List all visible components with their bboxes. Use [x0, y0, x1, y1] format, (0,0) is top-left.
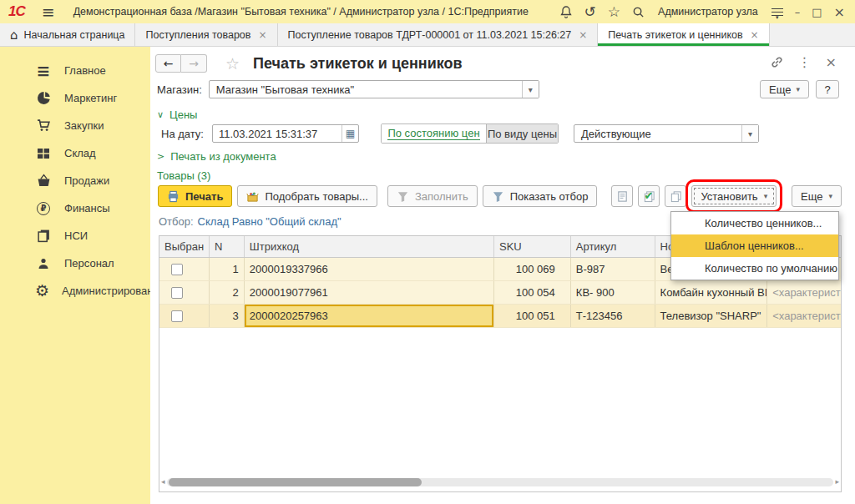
close-window-button[interactable]: × — [834, 4, 845, 20]
help-button[interactable]: ? — [816, 80, 839, 98]
copy-button[interactable] — [665, 185, 686, 207]
get-link-icon[interactable] — [770, 55, 784, 69]
characteristic-cell[interactable]: <характерист — [767, 281, 841, 304]
copy-pages-icon — [670, 190, 682, 203]
select-all-button[interactable]: ✔ — [638, 185, 660, 207]
barcode-cell-selected[interactable]: 2000020257963 — [245, 305, 494, 327]
sidebar-item-marketing[interactable]: Маркетинг — [0, 84, 150, 112]
row-number-cell[interactable]: 2 — [210, 281, 245, 304]
favorite-star-icon[interactable]: ☆ — [225, 54, 240, 73]
by-price-kind-toggle[interactable]: По виду цены — [486, 124, 558, 143]
row-checkbox[interactable] — [171, 287, 183, 299]
more-button[interactable]: Еще ▾ — [760, 80, 809, 98]
forward-button[interactable]: → — [181, 54, 207, 73]
nomenclature-cell[interactable]: Телевизор "SHARP" — [655, 305, 768, 327]
menu-item-price-tag-template[interactable]: Шаблон ценников... — [671, 234, 838, 257]
back-button[interactable]: ← — [155, 54, 181, 73]
notifications-bell-icon[interactable] — [559, 5, 573, 18]
by-price-state-toggle[interactable]: По состоянию цен — [382, 124, 486, 143]
current-user-label[interactable]: Администратор узла — [658, 6, 758, 18]
scroll-left-icon[interactable]: ◂ — [161, 478, 165, 486]
sidebar-item-label: Склад — [64, 147, 96, 159]
favorites-star-icon[interactable]: ☆ — [608, 5, 620, 19]
set-button[interactable]: Установить ▾ — [691, 185, 777, 207]
table-row-current[interactable]: 3 2000020257963 100 051 Т-123456 Телевиз… — [159, 305, 841, 328]
tab-goods-receipts[interactable]: Поступления товаров × — [135, 23, 277, 46]
row-number-cell[interactable]: 3 — [210, 305, 245, 327]
goods-count-header: Товары (3) — [157, 169, 210, 182]
column-header-barcode[interactable]: Штрихкод — [245, 236, 494, 257]
menu-item-labels-count[interactable]: Количество ценников... — [671, 212, 838, 234]
row-checkbox[interactable] — [171, 310, 183, 322]
article-cell[interactable]: Т-123456 — [571, 305, 655, 327]
print-labels-form: ← → ☆ Печать этикеток и ценников ⋮ × Маг… — [150, 47, 855, 504]
characteristic-cell[interactable]: <характерист — [767, 305, 841, 327]
search-icon[interactable] — [632, 6, 645, 18]
store-combobox[interactable]: Магазин "Бытовая техника" ▾ — [209, 80, 539, 98]
sidebar-item-label: Продажи — [64, 174, 109, 187]
fill-button[interactable]: Заполнить — [387, 185, 478, 207]
close-tab-icon[interactable]: × — [751, 29, 759, 41]
article-cell[interactable]: КВ- 900 — [571, 281, 655, 304]
basket-icon — [35, 174, 52, 188]
pick-box-icon — [246, 190, 259, 203]
sku-cell[interactable]: 100 051 — [494, 305, 571, 327]
print-button[interactable]: Печать — [158, 185, 232, 207]
sidebar-item-finance[interactable]: ₽ Финансы — [0, 194, 150, 222]
toolbar-more-button[interactable]: Еще ▾ — [792, 185, 842, 207]
minimize-button[interactable]: – — [795, 6, 801, 18]
column-header-selected[interactable]: Выбран — [159, 236, 210, 257]
chevron-down-icon[interactable]: ▾ — [522, 81, 539, 98]
sidebar-item-personnel[interactable]: Персонал — [0, 249, 150, 277]
kebab-menu-icon[interactable]: ⋮ — [798, 56, 812, 69]
column-header-sku[interactable]: SKU — [494, 236, 571, 257]
barcode-cell[interactable]: 2000019337966 — [245, 258, 494, 280]
row-checkbox[interactable] — [171, 264, 183, 275]
scrollbar-thumb[interactable] — [169, 478, 422, 486]
tab-print-labels[interactable]: Печать этикеток и ценников × — [598, 23, 769, 46]
row-number-cell[interactable]: 1 — [210, 258, 245, 280]
prices-header-label: Цены — [169, 108, 197, 121]
close-tab-icon[interactable]: × — [258, 29, 266, 41]
list-settings-button[interactable] — [611, 185, 633, 207]
tab-home[interactable]: ⌂ Начальная страница — [0, 23, 135, 46]
close-tab-icon[interactable]: × — [579, 29, 587, 41]
article-cell[interactable]: В-987 — [571, 258, 655, 280]
tab-goods-receipt-doc[interactable]: Поступление товаров ТДРТ-000001 от 11.03… — [278, 23, 599, 46]
calendar-icon[interactable]: ▦ — [341, 125, 358, 142]
horizontal-scrollbar[interactable]: ◂ ▸ — [161, 477, 839, 486]
column-header-n[interactable]: N — [210, 236, 245, 257]
sidebar-item-sales[interactable]: Продажи — [0, 167, 150, 194]
maximize-button[interactable]: □ — [812, 6, 822, 18]
chevron-down-icon[interactable]: ▾ — [741, 125, 758, 142]
sidebar-item-label: Финансы — [64, 202, 110, 214]
sku-cell[interactable]: 100 054 — [494, 281, 571, 304]
column-header-article[interactable]: Артикул — [571, 236, 655, 257]
pick-goods-button[interactable]: Подобрать товары... — [237, 185, 377, 207]
history-icon[interactable]: ↺ — [584, 5, 596, 19]
sidebar-item-nsi[interactable]: НСИ — [0, 222, 150, 249]
sku-cell[interactable]: 100 069 — [494, 258, 571, 280]
sidebar-item-main[interactable]: ≡ Главное — [0, 57, 150, 84]
close-form-icon[interactable]: × — [826, 56, 837, 69]
scrollbar-track[interactable] — [167, 478, 834, 486]
table-row[interactable]: 2 2000019077961 100 054 КВ- 900 Комбайн … — [159, 281, 841, 305]
sidebar-item-label: Закупки — [64, 119, 104, 132]
print-from-doc-section-header[interactable]: > Печать из документа — [157, 150, 276, 163]
date-field[interactable]: 11.03.2021 15:31:37 ▦ — [212, 124, 359, 143]
show-filter-button[interactable]: Показать отбор — [483, 185, 598, 207]
main-menu-icon[interactable]: ≡ — [42, 4, 55, 20]
filter-info[interactable]: Отбор:Склад Равно "Общий склад" — [159, 215, 341, 228]
service-settings-icon[interactable]: ▾ — [772, 6, 783, 18]
price-kind-combobox[interactable]: Действующие ▾ — [574, 124, 759, 143]
prices-section-header[interactable]: ∨ Цены — [157, 108, 197, 121]
menu-item-default-count[interactable]: Количество по умолчанию — [671, 257, 838, 280]
selected-cell — [159, 281, 210, 304]
barcode-cell[interactable]: 2000019077961 — [245, 281, 494, 304]
sidebar-item-warehouse[interactable]: Склад — [0, 139, 150, 167]
chevron-open-icon: ∨ — [157, 109, 164, 120]
sidebar-item-purchases[interactable]: Закупки — [0, 112, 150, 139]
scroll-right-icon[interactable]: ▸ — [835, 478, 839, 486]
sidebar-item-administration[interactable]: ⚙ Администрирование — [0, 277, 150, 305]
nomenclature-cell[interactable]: Комбайн кухонный BI… — [655, 281, 768, 304]
